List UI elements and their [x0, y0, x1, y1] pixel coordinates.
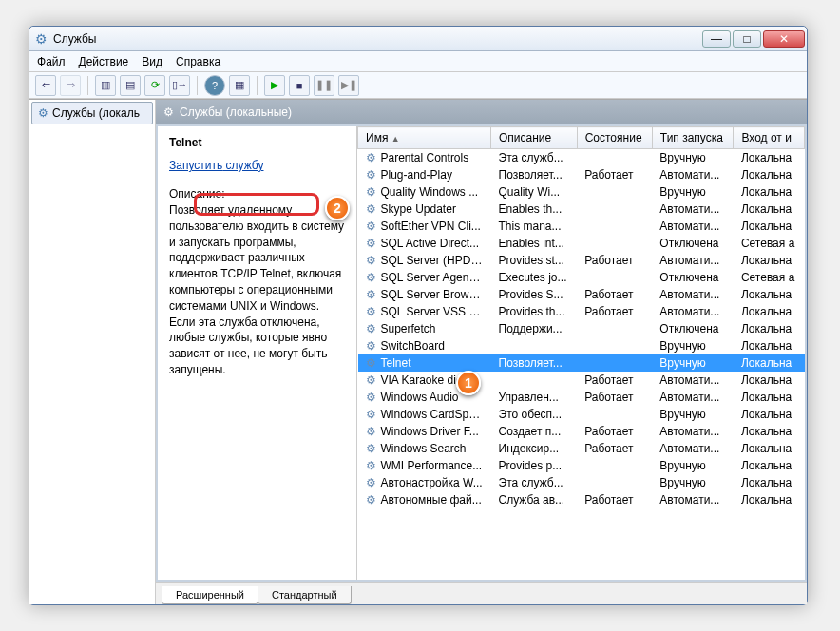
service-row[interactable]: ⚙Windows CardSpa...Это обесп...ВручнуюЛо…: [358, 406, 805, 423]
menu-file[interactable]: Файл: [37, 55, 66, 68]
gear-icon: ⚙: [366, 493, 379, 507]
nav-tree-pane: ⚙ Службы (локаль: [29, 100, 156, 604]
help-button[interactable]: ?: [204, 75, 225, 96]
column-header[interactable]: Описание: [491, 127, 578, 149]
service-row[interactable]: ⚙Parental ControlsЭта служб...ВручнуюЛок…: [358, 149, 805, 167]
columns-button[interactable]: ▦: [229, 75, 250, 96]
export-button[interactable]: ▯→: [169, 75, 190, 96]
gear-icon: ⚙: [366, 202, 379, 216]
service-row[interactable]: ⚙Quality Windows ...Quality Wi...Вручную…: [358, 183, 805, 201]
gear-icon: ⚙: [366, 237, 379, 250]
gear-icon: ⚙: [366, 254, 379, 267]
gear-icon: ⚙: [366, 288, 379, 301]
nav-item-services-local[interactable]: ⚙ Службы (локаль: [31, 102, 153, 124]
gear-icon: ⚙: [38, 106, 48, 120]
toolbar: ⇐ ⇒ ▥ ▤ ⟳ ▯→ ? ▦ ▶ ■ ❚❚ ▶❚: [29, 72, 807, 99]
service-row[interactable]: ⚙SQL Server Agent ...Executes jo...Отклю…: [358, 269, 805, 286]
description-label: Описание:: [169, 187, 345, 201]
gear-icon: ⚙: [366, 271, 379, 284]
detail-service-name: Telnet: [169, 136, 345, 149]
gear-icon: ⚙: [366, 459, 379, 472]
gear-icon: ⚙: [366, 425, 379, 438]
service-row[interactable]: ⚙Windows SearchИндексир...РаботаетАвтома…: [358, 440, 805, 457]
gear-icon: ⚙: [366, 442, 379, 455]
gear-icon: ⚙: [366, 476, 379, 489]
services-window: ⚙ Службы — □ ✕ Файл Действие Вид Справка…: [29, 26, 808, 605]
menu-help[interactable]: Справка: [176, 55, 220, 68]
tab-standard[interactable]: Стандартный: [258, 586, 352, 604]
maximize-button[interactable]: □: [733, 30, 761, 48]
gear-icon: ⚙: [366, 391, 379, 404]
service-row[interactable]: ⚙Skype UpdaterEnables th...Автомати...Ло…: [358, 201, 805, 218]
gear-icon: ⚙: [366, 356, 379, 370]
minimize-button[interactable]: —: [702, 30, 731, 48]
pause-service-button[interactable]: ❚❚: [314, 75, 334, 96]
column-header[interactable]: Тип запуска: [652, 127, 734, 149]
annotation-callout-2: 2: [325, 196, 350, 220]
detail-pane: Telnet Запустить службу Описание: Позвол…: [158, 126, 357, 580]
annotation-callout-1: 1: [456, 371, 481, 395]
column-header[interactable]: Состояние: [577, 127, 652, 149]
service-row[interactable]: ⚙Windows Driver F...Создает п...Работает…: [358, 423, 805, 440]
service-row[interactable]: ⚙SQL Active Direct...Enables int...Отклю…: [358, 235, 805, 252]
service-row[interactable]: ⚙SQL Server (HPDS...Provides st...Работа…: [358, 252, 805, 269]
service-row[interactable]: ⚙SQL Server BrowserProvides S...Работает…: [358, 286, 805, 303]
service-row[interactable]: ⚙SwitchBoardВручнуюЛокальна: [358, 337, 805, 354]
service-row[interactable]: ⚙Windows AudioУправлен...РаботаетАвтомат…: [358, 389, 805, 406]
column-header[interactable]: Имя ▲: [358, 127, 491, 149]
gear-icon: ⚙: [366, 185, 379, 199]
service-row[interactable]: ⚙SuperfetchПоддержи...ОтключенаЛокальна: [358, 320, 805, 337]
close-button[interactable]: ✕: [763, 30, 805, 48]
start-service-button[interactable]: ▶: [264, 75, 285, 96]
service-row[interactable]: ⚙WMI Performance...Provides p...ВручнуюЛ…: [358, 457, 805, 474]
gear-icon: ⚙: [366, 305, 379, 318]
titlebar[interactable]: ⚙ Службы — □ ✕: [29, 27, 807, 51]
service-row[interactable]: ⚙VIA Karaoke digita...РаботаетАвтомати..…: [358, 372, 805, 389]
gear-icon: ⚙: [366, 168, 379, 182]
show-hide-tree-button[interactable]: ▥: [95, 75, 116, 96]
gear-icon: ⚙: [366, 151, 379, 164]
content-header: ⚙ Службы (локальные): [156, 100, 807, 124]
forward-button[interactable]: ⇒: [60, 75, 81, 96]
services-list[interactable]: Имя ▲ОписаниеСостояниеТип запускаВход от…: [357, 126, 805, 580]
menu-view[interactable]: Вид: [142, 55, 162, 68]
window-title: Службы: [53, 32, 96, 46]
start-service-link[interactable]: Запустить службу: [169, 159, 345, 172]
gear-icon: ⚙: [366, 408, 379, 421]
stop-service-button[interactable]: ■: [289, 75, 310, 96]
refresh-button[interactable]: ⟳: [144, 75, 165, 96]
column-header[interactable]: Вход от и: [734, 127, 805, 149]
service-row[interactable]: ⚙Автонастройка W...Эта служб...ВручнуюЛо…: [358, 474, 805, 491]
gear-icon: ⚙: [366, 373, 379, 387]
gear-icon: ⚙: [163, 105, 174, 119]
gear-icon: ⚙: [35, 31, 48, 47]
tab-extended[interactable]: Расширенный: [162, 586, 258, 604]
gear-icon: ⚙: [366, 322, 379, 335]
restart-service-button[interactable]: ▶❚: [338, 75, 359, 96]
service-row[interactable]: ⚙SQL Server VSS Wr...Provides th...Работ…: [358, 303, 805, 320]
menubar: Файл Действие Вид Справка: [29, 51, 807, 72]
gear-icon: ⚙: [366, 220, 379, 233]
service-row[interactable]: ⚙TelnetПозволяет...ВручнуюЛокальна: [358, 354, 805, 372]
service-row[interactable]: ⚙SoftEther VPN Cli...This mana...Автомат…: [358, 218, 805, 235]
nav-item-label: Службы (локаль: [52, 106, 140, 120]
back-button[interactable]: ⇐: [35, 75, 56, 96]
gear-icon: ⚙: [366, 339, 379, 353]
menu-action[interactable]: Действие: [79, 55, 129, 68]
description-text: Позволяет удаленному пользователю входит…: [169, 202, 345, 378]
service-row[interactable]: ⚙Plug-and-PlayПозволяет...РаботаетАвтома…: [358, 166, 805, 183]
content-header-title: Службы (локальные): [180, 105, 292, 119]
service-row[interactable]: ⚙Автономные фай...Служба ав...РаботаетАв…: [358, 491, 805, 508]
properties-button[interactable]: ▤: [120, 75, 141, 96]
view-tabs: Расширенный Стандартный: [156, 582, 807, 604]
